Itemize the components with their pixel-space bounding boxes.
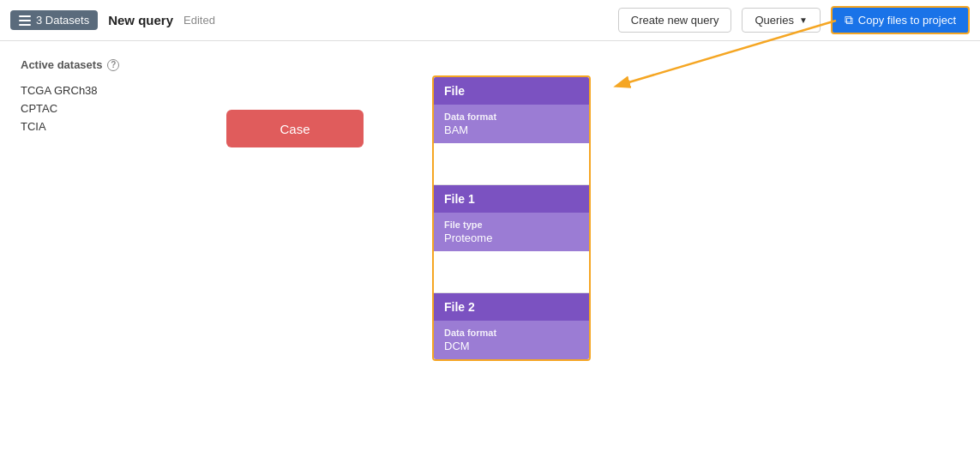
copy-files-label: Copy files to project [858,14,956,27]
file-node-2-body: Data format DCM [434,321,589,359]
file-node-0-field-value: BAM [444,123,579,136]
header: 3 Datasets New query Edited Create new q… [0,0,980,41]
main-area: Active datasets ? TCGA GRCh38 CPTAC TCIA… [0,41,980,469]
menu-lines-icon [19,15,31,26]
active-datasets-label: Active datasets ? [21,58,158,71]
datasets-badge[interactable]: 3 Datasets [10,10,98,30]
file-nodes-container: File Data format BAM File 1 File type Pr… [432,75,591,361]
file-node-2-field-value: DCM [444,340,579,352]
file-node-2[interactable]: File 2 Data format DCM [434,293,589,359]
datasets-badge-label: 3 Datasets [36,14,89,27]
info-icon[interactable]: ? [107,59,119,71]
file-node-0[interactable]: File Data format BAM [434,77,589,143]
query-title: New query [108,13,173,27]
file-node-0-field-label: Data format [444,111,579,122]
file-node-2-header: File 2 [434,293,589,321]
file-node-0-body: Data format BAM [434,105,589,143]
edited-label: Edited [183,14,215,27]
canvas: Case File Data format BAM File 1 File ty… [158,58,959,452]
file-node-1-header: File 1 [434,185,589,213]
copy-files-button[interactable]: ⧉ Copy files to project [831,6,970,34]
file-node-1-body: File type Proteome [434,213,589,251]
copy-icon: ⧉ [845,13,853,27]
dataset-item-cptac: CPTAC [21,99,158,117]
chevron-down-icon: ▼ [799,15,808,25]
queries-button-label: Queries [755,14,794,27]
sidebar: Active datasets ? TCGA GRCh38 CPTAC TCIA [21,58,158,452]
file-node-gap-1 [434,251,589,292]
file-node-gap-0 [434,143,589,184]
file-node-2-field-label: Data format [444,328,579,338]
file-node-1[interactable]: File 1 File type Proteome [434,185,589,251]
dataset-item-tcia: TCIA [21,117,158,135]
dataset-item-tcga: TCGA GRCh38 [21,81,158,99]
file-node-1-field-label: File type [444,219,579,230]
case-node-label: Case [280,122,310,136]
queries-dropdown-button[interactable]: Queries ▼ [742,8,820,33]
file-node-1-field-value: Proteome [444,231,579,244]
case-node[interactable]: Case [226,110,364,147]
file-node-0-header: File [434,77,589,105]
create-new-query-button[interactable]: Create new query [618,8,732,33]
